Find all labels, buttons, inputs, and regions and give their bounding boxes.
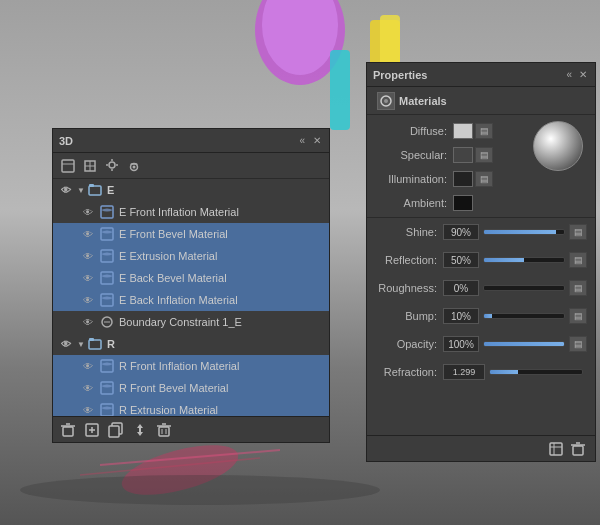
scene-filter-icon[interactable]: [59, 157, 77, 175]
illumination-swatch[interactable]: [453, 171, 473, 187]
ambient-label: Ambient:: [375, 197, 453, 209]
specular-folder-btn[interactable]: ▤: [475, 147, 493, 163]
shine-row: Shine: 90% ▤: [375, 222, 587, 242]
panel-3d-title: 3D: [59, 135, 73, 147]
svg-rect-29: [101, 294, 113, 306]
illumination-folder-btn[interactable]: ▤: [475, 171, 493, 187]
layer-e-back-bevel[interactable]: 👁 E Back Bevel Material: [53, 267, 329, 289]
material-icon-e-extrusion: [99, 248, 115, 264]
svg-rect-27: [101, 250, 113, 262]
panel-3d-close-btn[interactable]: ✕: [311, 135, 323, 146]
group-e-label: E: [107, 184, 325, 196]
panel-3d-content: 👁 ▼ E 👁 E Front Inflation Material 👁 E F…: [53, 179, 329, 416]
eye-icon-e-front-bevel[interactable]: 👁: [81, 227, 95, 241]
layer-e-front-bevel[interactable]: 👁 E Front Bevel Material: [53, 223, 329, 245]
svg-rect-24: [89, 184, 94, 187]
layer-e-extrusion-label: E Extrusion Material: [119, 250, 325, 262]
opacity-label: Opacity:: [375, 338, 443, 350]
layer-boundary-1-e-label: Boundary Constraint 1_E: [119, 316, 325, 328]
roughness-slider[interactable]: [483, 285, 565, 291]
material-icon-e-front-inflation: [99, 204, 115, 220]
specular-swatch[interactable]: [453, 147, 473, 163]
diffuse-swatch[interactable]: [453, 123, 473, 139]
layer-e-back-inflation[interactable]: 👁 E Back Inflation Material: [53, 289, 329, 311]
refraction-value[interactable]: 1.299: [443, 364, 485, 380]
reflection-value[interactable]: 50%: [443, 252, 479, 268]
eye-icon-boundary-1-e[interactable]: 👁: [81, 315, 95, 329]
trash-footer-icon[interactable]: [155, 421, 173, 439]
diffuse-folder-btn[interactable]: ▤: [475, 123, 493, 139]
refraction-label: Refraction:: [375, 366, 443, 378]
move-footer-icon[interactable]: [131, 421, 149, 439]
opacity-slider[interactable]: [483, 341, 565, 347]
layer-e-front-inflation-label: E Front Inflation Material: [119, 206, 325, 218]
layer-r-front-bevel-label: R Front Bevel Material: [119, 382, 325, 394]
eye-icon-e-back-bevel[interactable]: 👁: [81, 271, 95, 285]
refraction-row: Refraction: 1.299: [375, 362, 587, 382]
layer-e-back-inflation-label: E Back Inflation Material: [119, 294, 325, 306]
layer-r-front-inflation-label: R Front Inflation Material: [119, 360, 325, 372]
opacity-row: Opacity: 100% ▤: [375, 334, 587, 354]
properties-panel: Properties « ✕ Materials Diffuse: ▤ Spec…: [366, 62, 596, 462]
layer-e-extrusion[interactable]: 👁 E Extrusion Material: [53, 245, 329, 267]
eye-icon-r-front-inflation[interactable]: 👁: [81, 359, 95, 373]
material-icon-e-front-bevel: [99, 226, 115, 242]
reflection-folder-btn[interactable]: ▤: [569, 252, 587, 268]
svg-rect-33: [89, 338, 94, 341]
expand-icon-r[interactable]: ▼: [77, 340, 85, 349]
roughness-folder-btn[interactable]: ▤: [569, 280, 587, 296]
roughness-row: Roughness: 0% ▤: [375, 278, 587, 298]
light-icon[interactable]: [103, 157, 121, 175]
layer-boundary-1-e[interactable]: 👁 Boundary Constraint 1_E: [53, 311, 329, 333]
props-trash-icon[interactable]: [569, 440, 587, 458]
properties-nav: Materials: [367, 87, 595, 115]
svg-point-22: [133, 165, 136, 168]
diffuse-label: Diffuse:: [375, 125, 453, 137]
svg-rect-32: [89, 340, 101, 349]
add-footer-icon[interactable]: [83, 421, 101, 439]
panel-3d-toolbar: [53, 153, 329, 179]
eye-icon-r[interactable]: 👁: [59, 337, 73, 351]
eye-icon-e[interactable]: 👁: [59, 183, 73, 197]
props-close-btn[interactable]: ✕: [577, 69, 589, 80]
opacity-value[interactable]: 100%: [443, 336, 479, 352]
layer-r-front-inflation[interactable]: 👁 R Front Inflation Material: [53, 355, 329, 377]
bump-folder-btn[interactable]: ▤: [569, 308, 587, 324]
layer-r-front-bevel[interactable]: 👁 R Front Bevel Material: [53, 377, 329, 399]
duplicate-footer-icon[interactable]: [107, 421, 125, 439]
layer-r-extrusion[interactable]: 👁 R Extrusion Material: [53, 399, 329, 416]
ambient-swatch[interactable]: [453, 195, 473, 211]
layer-e-front-inflation[interactable]: 👁 E Front Inflation Material: [53, 201, 329, 223]
properties-panel-title: Properties: [373, 69, 427, 81]
shine-slider[interactable]: [483, 229, 565, 235]
group-icon-e: [87, 182, 103, 198]
props-settings-icon[interactable]: [547, 440, 565, 458]
material-icon-r-front-bevel: [99, 380, 115, 396]
bump-slider[interactable]: [483, 313, 565, 319]
roughness-value[interactable]: 0%: [443, 280, 479, 296]
properties-footer: [367, 435, 595, 461]
eye-icon-r-front-bevel[interactable]: 👁: [81, 381, 95, 395]
bump-value[interactable]: 10%: [443, 308, 479, 324]
layer-e-front-bevel-label: E Front Bevel Material: [119, 228, 325, 240]
props-collapse-btn[interactable]: «: [564, 69, 574, 80]
materials-nav-btn[interactable]: Materials: [373, 90, 451, 112]
refraction-slider[interactable]: [489, 369, 583, 375]
opacity-folder-btn[interactable]: ▤: [569, 336, 587, 352]
eye-icon-e-back-inflation[interactable]: 👁: [81, 293, 95, 307]
camera-icon[interactable]: [125, 157, 143, 175]
layer-group-r[interactable]: 👁 ▼ R: [53, 333, 329, 355]
shine-folder-btn[interactable]: ▤: [569, 224, 587, 240]
eye-icon-e-front-inflation[interactable]: 👁: [81, 205, 95, 219]
eye-icon-e-extrusion[interactable]: 👁: [81, 249, 95, 263]
delete-footer-icon[interactable]: [59, 421, 77, 439]
panel-3d-collapse-btn[interactable]: «: [297, 135, 307, 146]
layer-group-e[interactable]: 👁 ▼ E: [53, 179, 329, 201]
svg-rect-25: [101, 206, 113, 218]
expand-icon-e[interactable]: ▼: [77, 186, 85, 195]
svg-rect-23: [89, 186, 101, 195]
mesh-icon[interactable]: [81, 157, 99, 175]
shine-value[interactable]: 90%: [443, 224, 479, 240]
eye-icon-r-extrusion[interactable]: 👁: [81, 403, 95, 416]
reflection-slider[interactable]: [483, 257, 565, 263]
